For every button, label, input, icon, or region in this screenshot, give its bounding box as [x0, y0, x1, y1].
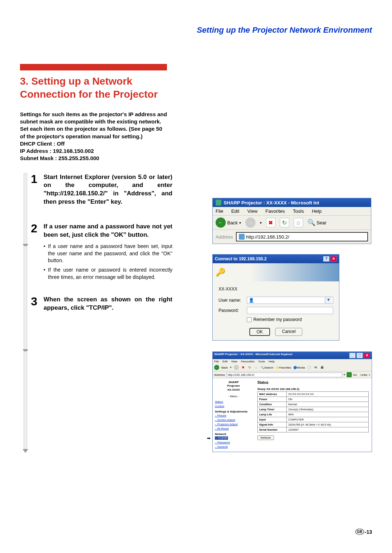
window-titlebar: SHARP Projector : XX-XXXX - Microsoft In…: [213, 198, 371, 207]
stop-icon[interactable]: ✖: [241, 365, 245, 370]
go-label: Go: [353, 373, 357, 377]
go-button[interactable]: →: [347, 372, 352, 377]
search-button[interactable]: 🔍Search: [261, 366, 273, 369]
menu-favorites[interactable]: Favourites: [241, 360, 254, 363]
status-window: SHARP Projector : XX-XXXX - Microsoft In…: [212, 351, 372, 452]
menu-help[interactable]: Help: [269, 360, 274, 363]
back-arrow-icon: ←: [216, 217, 226, 228]
login-model: XX-XXXX: [219, 286, 333, 292]
intro-text: Settings for such items as the projector…: [20, 111, 169, 162]
cancel-button[interactable]: Cancel: [275, 328, 302, 336]
dialog-banner: 🔑: [213, 263, 339, 281]
forward-button[interactable]: →: [245, 217, 256, 228]
close-button[interactable]: ✕: [364, 353, 370, 358]
refresh-icon[interactable]: ↻: [248, 365, 252, 370]
sidebar-password-link[interactable]: – Password: [215, 441, 252, 444]
menu-tools[interactable]: Tools: [258, 360, 265, 363]
help-button[interactable]: ?: [323, 256, 330, 262]
chevron-down-icon: [23, 449, 28, 453]
sidebar-general-link[interactable]: – General: [215, 445, 252, 448]
table-row: Serial Number1234567: [258, 427, 369, 432]
media-button[interactable]: 🔵Media: [293, 366, 305, 369]
toolbar: ← Back ▾ → ▾ ✖ ↻ ⌂ 🔍 Sear: [213, 216, 371, 230]
sidebar-picture-link[interactable]: – Picture: [215, 414, 252, 417]
table-row: Lamp Life99%: [258, 412, 369, 417]
menu-tools[interactable]: Tools: [293, 208, 304, 214]
table-row: PowerON: [258, 397, 369, 402]
address-input[interactable]: http://192.168.150.2/: [236, 232, 368, 241]
password-input[interactable]: [247, 307, 333, 314]
page-number: -13: [365, 529, 372, 535]
user-icon: 👤: [249, 298, 254, 303]
close-button[interactable]: ✕: [330, 256, 337, 262]
step-heading: When the screen as shown on the right ap…: [44, 296, 172, 312]
menu-help[interactable]: Help: [312, 208, 322, 214]
window-title: SHARP Projector : XX-XXXX - Microsoft In…: [224, 200, 319, 206]
maximize-button[interactable]: □: [356, 353, 363, 358]
refresh-button[interactable]: Refresh: [257, 435, 274, 440]
menubar: File Edit View Favourites Tools Help: [213, 359, 372, 364]
sidebar-tcpip-link[interactable]: – TCP/IP: [215, 436, 252, 440]
table-row: ConditionNormal: [258, 402, 369, 407]
print-icon[interactable]: 🖶: [320, 365, 324, 370]
ie-icon: [216, 200, 221, 206]
ok-button[interactable]: OK: [249, 328, 270, 336]
password-label: Password:: [219, 308, 247, 313]
menu-favorites[interactable]: Favorites: [265, 208, 285, 214]
refresh-icon[interactable]: ↻: [280, 218, 289, 227]
address-label: Address: [214, 373, 225, 377]
section-title: 3. Setting up a Network Connection for t…: [20, 75, 169, 101]
section-accent-bar: [20, 64, 167, 70]
page-footer: GB -13: [355, 529, 372, 535]
address-label: Address: [216, 234, 233, 240]
step-number: 3: [31, 296, 44, 316]
back-button[interactable]: ←: [214, 365, 219, 370]
table-row: Signal Info1024x768 (H: 48.3kHz / V: 60.…: [258, 422, 369, 427]
favorites-button[interactable]: ⭐Favorites: [275, 366, 291, 369]
minimize-button[interactable]: _: [349, 353, 356, 358]
forward-button[interactable]: →: [234, 365, 239, 370]
history-icon[interactable]: 🕓: [307, 365, 311, 370]
keys-icon: 🔑: [216, 268, 225, 277]
address-input[interactable]: http://192.168.150.2/: [226, 373, 342, 377]
address-bar: Address http://192.168.150.2/: [213, 230, 371, 244]
page-header: Setting up the Projector Network Environ…: [20, 25, 372, 35]
toolbar: ← Back ▾ → ✖ ↻ ⌂ 🔍Search ⭐Favorites 🔵Med…: [213, 364, 372, 371]
dropdown-icon[interactable]: ▾: [325, 297, 331, 304]
step-number: 1: [31, 173, 44, 210]
table-row: MAC AddressXX:XX:XX:XX:XX:XX: [258, 392, 369, 397]
links-label[interactable]: Links: [360, 373, 367, 377]
home-icon[interactable]: ⌂: [254, 365, 258, 370]
step-heading: Start Internet Explorer (version 5.0 or …: [44, 173, 172, 207]
menu-edit[interactable]: Edit: [231, 208, 239, 214]
mail-icon[interactable]: ✉: [314, 365, 318, 370]
step-bullet: If the user name or password is entered …: [44, 267, 172, 281]
sidebar-status-link[interactable]: Status: [215, 400, 252, 403]
sidebar-projector-link[interactable]: – Projector Adjust: [215, 423, 252, 426]
back-button[interactable]: ← Back ▾: [216, 217, 241, 228]
sidebar-screen-link[interactable]: – Screen Adjust: [215, 418, 252, 422]
menu-file[interactable]: File: [214, 360, 219, 363]
remember-checkbox[interactable]: [247, 317, 252, 322]
username-input[interactable]: 👤 ▾: [247, 297, 333, 304]
status-panel: Status Sharp XX-XXXX 192.168.150.2) MAC …: [254, 378, 372, 452]
sidebar-allreset-link[interactable]: – All Reset: [215, 427, 252, 430]
home-icon[interactable]: ⌂: [294, 218, 303, 227]
menu-view[interactable]: View: [231, 360, 237, 363]
search-button[interactable]: 🔍 Sear: [307, 219, 326, 227]
username-label: User name:: [219, 298, 247, 303]
step-number: 2: [31, 223, 44, 283]
back-label: Back: [221, 366, 228, 369]
pointer-arrow-icon: ➡: [207, 436, 211, 441]
window-titlebar: SHARP Projector : XX-XXXX - Microsoft In…: [213, 352, 372, 359]
menu-edit[interactable]: Edit: [222, 360, 228, 363]
menu-file[interactable]: File: [216, 208, 223, 214]
address-bar: Address http://192.168.150.2/ ▾ → Go Lin…: [213, 371, 372, 378]
sidebar-control-link[interactable]: Control: [215, 404, 252, 408]
step-heading: If a user name and a password have not y…: [44, 223, 172, 239]
step-bullet: If a user name and a password have been …: [44, 243, 172, 264]
menu-view[interactable]: View: [247, 208, 257, 214]
table-row: Lamp Timer1hour(s) 15minute(s): [258, 407, 369, 412]
login-dialog: Connect to 192.168.150.2 ? ✕ 🔑 XX-XXXX U…: [212, 254, 339, 341]
stop-icon[interactable]: ✖: [266, 218, 275, 227]
